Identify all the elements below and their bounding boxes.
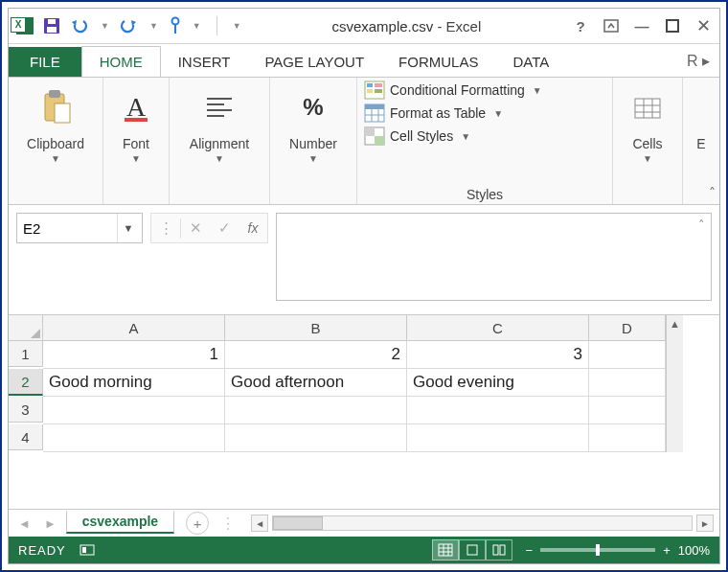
format-as-table-button[interactable]: Format as Table▼ <box>365 104 604 122</box>
normal-view-icon[interactable] <box>432 539 459 561</box>
cells-dropdown-icon[interactable]: ▼ <box>643 153 652 164</box>
page-break-view-icon[interactable] <box>486 539 512 561</box>
zoom-out-icon[interactable]: − <box>526 543 534 558</box>
horizontal-scrollbar[interactable]: ◄ ► <box>251 515 714 532</box>
maximize-icon[interactable] <box>664 17 681 34</box>
svg-rect-29 <box>635 99 660 118</box>
alignment-dropdown-icon[interactable]: ▼ <box>215 153 224 164</box>
number-dropdown-icon[interactable]: ▼ <box>308 153 318 164</box>
zoom-level[interactable]: 100% <box>678 543 710 558</box>
row-header-2[interactable]: 2 <box>9 369 43 396</box>
page-layout-view-icon[interactable] <box>459 539 486 561</box>
cell-B4[interactable] <box>225 424 407 452</box>
ribbon-display-icon[interactable] <box>603 17 620 34</box>
alignment-icon[interactable] <box>205 83 234 131</box>
cell-C3[interactable] <box>407 397 589 424</box>
accept-formula-icon[interactable]: ✓ <box>210 219 239 237</box>
hscroll-right-icon[interactable]: ► <box>696 515 714 532</box>
cell-A1[interactable]: 1 <box>43 341 225 369</box>
add-sheet-icon[interactable]: + <box>186 512 209 535</box>
cell-D3[interactable] <box>589 397 666 424</box>
cell-B1[interactable]: 2 <box>225 341 407 369</box>
cell-A4[interactable] <box>43 424 225 452</box>
cell-B2[interactable]: Good afternoon <box>225 369 407 397</box>
tab-page-layout[interactable]: PAGE LAYOUT <box>247 47 381 77</box>
hscroll-thumb[interactable] <box>273 516 323 530</box>
font-icon[interactable]: A <box>121 83 151 131</box>
cell-C1[interactable]: 3 <box>407 341 589 369</box>
paste-icon[interactable] <box>39 83 72 131</box>
cell-A3[interactable] <box>43 397 225 424</box>
row-header-1[interactable]: 1 <box>9 341 43 367</box>
help-icon[interactable]: ? <box>572 17 589 34</box>
sheet-nav-next-icon[interactable]: ► <box>40 516 60 531</box>
zoom-in-icon[interactable]: + <box>663 543 671 558</box>
formula-input[interactable]: ˄ <box>276 213 712 301</box>
sheet-separator: ⋮ <box>220 515 236 533</box>
group-clipboard[interactable]: Clipboard ▼ <box>9 78 103 204</box>
row-header-4[interactable]: 4 <box>9 424 43 450</box>
conditional-formatting-button[interactable]: Conditional Formatting▼ <box>365 81 604 99</box>
zoom-slider[interactable] <box>540 548 655 552</box>
group-cells[interactable]: Cells ▼ <box>613 78 683 204</box>
cell-D2[interactable] <box>589 369 666 397</box>
svg-rect-8 <box>49 90 60 98</box>
group-font[interactable]: A Font ▼ <box>103 78 170 204</box>
minimize-icon[interactable]: — <box>633 17 650 34</box>
tab-formulas[interactable]: FORMULAS <box>381 47 495 77</box>
cell-D4[interactable] <box>589 424 666 452</box>
svg-rect-9 <box>55 103 70 123</box>
redo-dropdown-icon[interactable]: ▼ <box>149 21 158 31</box>
row-header-3[interactable]: 3 <box>9 397 43 423</box>
tab-home[interactable]: HOME <box>81 46 161 78</box>
cells-icon[interactable] <box>633 83 662 131</box>
name-box-input[interactable] <box>17 220 117 237</box>
cell-A2[interactable]: Good morning <box>43 369 225 397</box>
cell-B3[interactable] <box>225 397 407 424</box>
tab-file[interactable]: FILE <box>9 47 81 77</box>
number-label: Number <box>289 137 337 151</box>
svg-rect-20 <box>375 89 382 93</box>
tab-overflow[interactable]: R ▸ <box>677 45 719 77</box>
insert-function-icon[interactable]: fx <box>239 220 267 236</box>
cell-styles-label: Cell Styles <box>390 128 453 144</box>
formula-more-icon[interactable]: ⋮ <box>151 219 180 237</box>
col-header-C[interactable]: C <box>407 315 589 341</box>
col-header-A[interactable]: A <box>43 315 225 341</box>
hscroll-left-icon[interactable]: ◄ <box>251 515 268 532</box>
name-box-dropdown-icon[interactable]: ▼ <box>117 214 139 242</box>
group-alignment[interactable]: Alignment ▼ <box>170 78 270 204</box>
cell-C4[interactable] <box>407 424 589 452</box>
sheet-nav-prev-icon[interactable]: ◄ <box>14 516 34 531</box>
touch-mode-icon[interactable] <box>168 16 183 35</box>
clipboard-dropdown-icon[interactable]: ▼ <box>51 153 60 164</box>
tab-data[interactable]: DATA <box>495 47 566 77</box>
redo-icon[interactable] <box>119 17 140 34</box>
cell-C2[interactable]: Good evening <box>407 369 589 397</box>
tab-insert[interactable]: INSERT <box>161 47 248 77</box>
undo-icon[interactable] <box>70 17 91 34</box>
select-all-corner[interactable] <box>9 315 43 341</box>
name-box[interactable]: ▼ <box>16 213 143 243</box>
col-header-D[interactable]: D <box>589 315 666 341</box>
save-icon[interactable] <box>43 17 60 34</box>
font-dropdown-icon[interactable]: ▼ <box>131 153 141 164</box>
touch-dropdown-icon[interactable]: ▼ <box>193 21 201 31</box>
ribbon-collapse-icon[interactable]: ˄ <box>709 185 716 200</box>
undo-dropdown-icon[interactable]: ▼ <box>101 21 109 31</box>
col-header-B[interactable]: B <box>225 315 407 341</box>
formula-collapse-icon[interactable]: ˄ <box>698 217 705 232</box>
group-number[interactable]: % Number ▼ <box>270 78 357 204</box>
qat-customize-icon[interactable]: ▼ <box>233 21 241 31</box>
sheet-tab[interactable]: csvexample <box>66 511 174 534</box>
cell-D1[interactable] <box>589 341 666 369</box>
number-icon[interactable]: % <box>303 83 323 131</box>
styles-group-label: Styles <box>365 187 604 202</box>
vertical-scrollbar[interactable]: ▲ <box>666 315 683 452</box>
format-as-table-label: Format as Table <box>390 105 486 121</box>
svg-rect-19 <box>367 89 373 93</box>
cancel-formula-icon[interactable]: ✕ <box>181 219 210 237</box>
macro-record-icon[interactable] <box>80 542 95 559</box>
cell-styles-button[interactable]: Cell Styles▼ <box>365 127 604 145</box>
close-icon[interactable]: ✕ <box>694 17 712 34</box>
